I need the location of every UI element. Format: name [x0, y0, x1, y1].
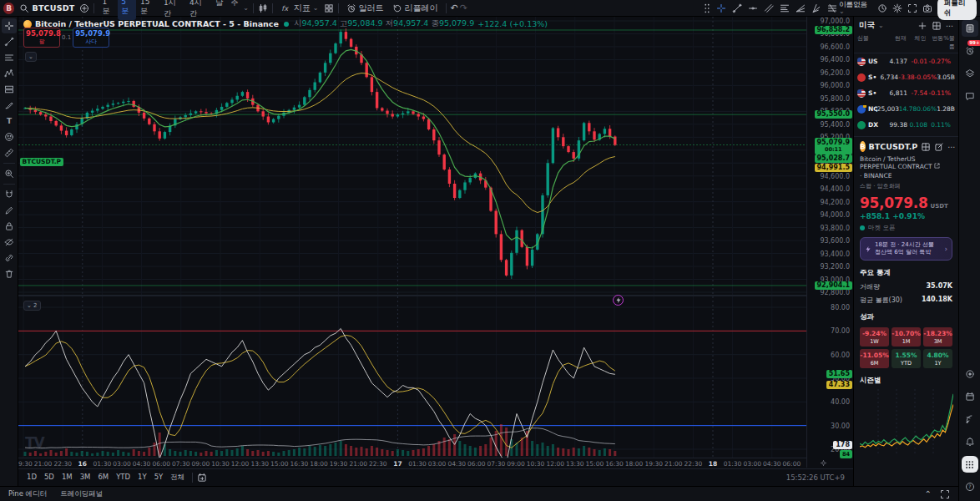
crosshair-tool-icon[interactable] — [716, 3, 726, 13]
interval-날[interactable]: 날 — [212, 0, 226, 20]
watchlist-row[interactable]: DX99.380.1080.11% — [854, 117, 958, 133]
detail-grid-icon[interactable] — [921, 142, 931, 152]
range-1Y[interactable]: 1Y — [134, 472, 150, 483]
time-axis[interactable]: 19:3021:0022:301601:3003:0004:3006:0007:… — [18, 458, 806, 468]
pine-editor-tab[interactable]: Pine 에디터 — [8, 489, 47, 499]
hide-tool[interactable] — [2, 235, 17, 250]
redo-icon[interactable]: ↷ — [460, 3, 467, 13]
perf-tile[interactable]: 1.55%YTD — [892, 349, 921, 368]
price-axis[interactable]: 97,000.096,800.096,600.096,400.096,200.0… — [806, 17, 853, 468]
interval-주[interactable]: 주 — [227, 0, 241, 20]
watchlist-column[interactable]: 체인 — [907, 34, 927, 51]
pane-legend-collapse-button[interactable]: ⌄ 2 — [23, 301, 41, 311]
detail-more-icon[interactable]: ⋯ — [947, 142, 955, 152]
range-YTD[interactable]: YTD — [113, 472, 134, 483]
help-icon[interactable]: ? — [962, 478, 978, 495]
watchlist-column[interactable]: 볼륨 — [949, 34, 955, 51]
long-position-tool[interactable] — [2, 82, 17, 97]
perf-tile[interactable]: -10.70%1M — [892, 327, 921, 347]
perf-tile[interactable]: -18.23%3M — [923, 327, 952, 347]
interval-5분[interactable]: 5분 — [118, 0, 136, 20]
emoji-tool[interactable] — [2, 129, 17, 144]
fib-lines-tool[interactable] — [2, 50, 17, 65]
publish-button[interactable]: 퍼블리쉬 — [937, 0, 977, 20]
watchlist-panel-icon[interactable] — [962, 20, 978, 37]
watchlist-column[interactable]: 현재 — [885, 34, 907, 51]
target-icon[interactable] — [962, 366, 978, 382]
fib-wedge-tool-icon[interactable] — [796, 3, 806, 13]
range-3M[interactable]: 3M — [77, 472, 94, 483]
interval-4시간[interactable]: 4시간 — [186, 0, 211, 20]
go-to-date-icon[interactable] — [197, 473, 207, 483]
watchlist-more-icon[interactable]: ⋯ — [946, 22, 953, 30]
compare-add-icon[interactable] — [79, 3, 89, 13]
parallel-channel-tool-icon[interactable] — [764, 3, 774, 13]
detail-description[interactable]: Bitcoin / TetherUS PERPETUAL CONTRACT — [860, 155, 952, 170]
alert-button[interactable]: 알러트 — [343, 2, 387, 15]
measure-tool[interactable] — [2, 145, 17, 160]
drawing-mode-tool[interactable] — [2, 203, 17, 218]
chart-plot[interactable] — [18, 17, 806, 458]
watchlist-add-icon[interactable] — [917, 21, 927, 31]
watchlist-row[interactable]: S•6,811-7.54-0.11% — [854, 85, 958, 101]
perf-tile[interactable]: -9.24%1W — [860, 327, 889, 347]
magnet-tool[interactable] — [2, 187, 17, 202]
text-tool[interactable]: T — [2, 114, 17, 129]
detail-symbol-name[interactable]: BTCUSDT.P — [869, 142, 918, 151]
panel-expand-icon[interactable] — [940, 489, 950, 499]
watchlist-grid-icon[interactable] — [932, 21, 942, 31]
sell-button[interactable]: 95,079.8 팔 — [23, 28, 60, 48]
templates-icon[interactable] — [324, 3, 334, 13]
layout-menu[interactable]: 이름없음 ⌄ — [839, 1, 872, 15]
apps-icon[interactable] — [962, 456, 978, 473]
link-tool[interactable] — [2, 250, 17, 266]
perf-tile[interactable]: -11.05%6M — [860, 349, 889, 368]
horizontal-line-tool-icon[interactable] — [748, 3, 758, 13]
layers-panel-icon[interactable] — [962, 65, 978, 82]
user-avatar[interactable]: B — [3, 3, 14, 14]
undo-icon[interactable]: ↶ — [450, 3, 457, 13]
news-banner[interactable]: 18분 전 · 24시간 선물 청산액 6억 달러 육박 › — [860, 237, 952, 261]
watchlist-column[interactable]: 심볼 — [857, 34, 885, 51]
chat-panel-icon[interactable] — [962, 88, 978, 104]
range-6M[interactable]: 6M — [94, 472, 112, 483]
perf-tile[interactable]: 4.80%1Y — [923, 349, 952, 368]
watchlist-row[interactable]: NQ25,00314.780.06%1.28B — [854, 101, 958, 117]
legend-collapse-button[interactable]: ⌄ — [25, 52, 37, 62]
crosshair-tool[interactable] — [2, 18, 17, 33]
polyline-tool-icon[interactable] — [827, 3, 837, 13]
lock-tool[interactable] — [2, 219, 17, 234]
alerts-panel-icon[interactable]: 99+ — [962, 43, 978, 59]
calendar-icon[interactable] — [962, 388, 978, 405]
detail-edit-icon[interactable] — [934, 142, 944, 152]
range-5D[interactable]: 5D — [41, 472, 58, 483]
watchlist-region-select[interactable]: 미국 — [859, 20, 875, 31]
settings-gear-icon[interactable] — [892, 3, 902, 13]
trend-line-tool[interactable] — [2, 34, 17, 49]
range-5Y[interactable]: 5Y — [151, 472, 167, 483]
bell-icon[interactable] — [962, 433, 978, 450]
streams-icon[interactable] — [962, 411, 978, 428]
replay-button[interactable]: 리플레이 — [389, 2, 442, 15]
indicators-button[interactable]: fx 지표 ⌄ — [277, 2, 322, 15]
snapshot-camera-icon[interactable] — [922, 3, 932, 13]
zoom-in-tool[interactable] — [2, 166, 17, 181]
interval-1시간[interactable]: 1시간 — [160, 0, 185, 20]
watchlist-row[interactable]: US4.137-0.01-0.27% — [854, 53, 958, 69]
candle-style-icon[interactable] — [258, 3, 268, 13]
buy-button[interactable]: 95,079.9 사다 — [73, 28, 109, 48]
chart-region[interactable]: Bitcoin / TetherUS PERPETUAL CONTRACT - … — [18, 17, 853, 486]
interval-chevron-icon[interactable]: ⌄ — [243, 4, 249, 12]
panel-collapse-icon[interactable]: ⌃ — [925, 489, 932, 499]
axis-settings-icon[interactable] — [820, 459, 827, 467]
trendline-tool-icon[interactable] — [732, 3, 742, 13]
trading-panel-tab[interactable]: 트레이딩패널 — [60, 489, 103, 499]
fullscreen-icon[interactable] — [907, 3, 917, 13]
watchlist-row[interactable]: S•6,734-3.38-0.05%3.05B — [854, 69, 958, 85]
interval-1분[interactable]: 1분 — [99, 0, 117, 20]
trash-tool[interactable] — [2, 266, 17, 281]
watchlist-column[interactable]: 변동% — [927, 34, 950, 51]
quick-search-icon[interactable] — [877, 3, 887, 13]
xabcd-pattern-tool[interactable] — [2, 66, 17, 81]
range-1D[interactable]: 1D — [23, 472, 40, 483]
